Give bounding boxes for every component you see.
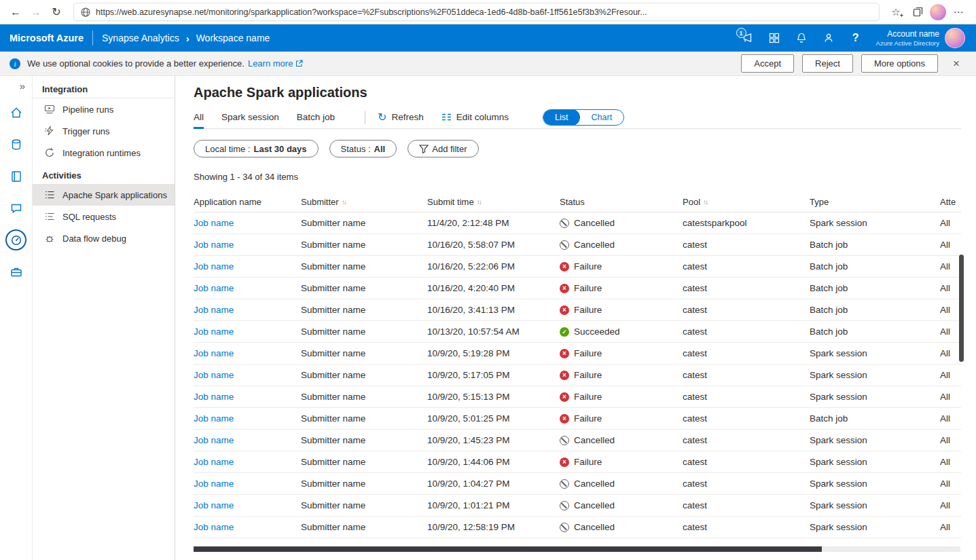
sidebar-item-label: Trigger runs bbox=[62, 126, 110, 136]
sidebar-item-data-flow-debug[interactable]: Data flow debug bbox=[33, 227, 175, 249]
pool-cell: catest bbox=[683, 370, 810, 380]
synapse-analytics-link[interactable]: Synapse Analytics bbox=[102, 33, 179, 43]
nav-manage-icon[interactable] bbox=[0, 256, 33, 288]
refresh-button[interactable]: ↻ Refresh bbox=[378, 112, 424, 123]
application-name-link[interactable]: Job name bbox=[194, 261, 234, 272]
nav-monitor-icon[interactable] bbox=[0, 224, 33, 256]
site-info-globe-icon[interactable] bbox=[81, 7, 90, 17]
favorites-star-icon[interactable]: ☆+ bbox=[886, 3, 905, 22]
sidebar-item-integration-runtimes[interactable]: Integration runtimes bbox=[33, 142, 175, 164]
tabs-toolbar: All Spark session Batch job ↻ Refresh Ed… bbox=[194, 106, 961, 129]
collections-icon[interactable] bbox=[908, 3, 927, 22]
feedback-icon[interactable] bbox=[815, 24, 842, 52]
application-name-link[interactable]: Job name bbox=[194, 413, 234, 424]
application-name-link[interactable]: Job name bbox=[194, 457, 234, 467]
sidebar-item-trigger-runs[interactable]: Trigger runs bbox=[33, 120, 175, 142]
browser-menu-icon[interactable]: ⋯ bbox=[949, 3, 968, 22]
type-cell: Batch job bbox=[810, 283, 940, 293]
table-row[interactable]: Job name Submitter name 10/9/20, 12:58:1… bbox=[194, 517, 961, 538]
table-row[interactable]: Job name Submitter name 10/16/20, 5:22:0… bbox=[194, 256, 961, 278]
more-options-button[interactable]: More options bbox=[861, 54, 938, 73]
application-name-link[interactable]: Job name bbox=[194, 392, 234, 402]
apps-grid-icon[interactable] bbox=[761, 24, 788, 52]
horizontal-scrollbar-track[interactable] bbox=[194, 546, 960, 552]
table-row[interactable]: Job name Submitter name 10/13/20, 10:57:… bbox=[194, 321, 961, 343]
filter-local-time[interactable]: Local time : Last 30 days bbox=[194, 140, 319, 157]
reject-button[interactable]: Reject bbox=[802, 54, 853, 73]
table-row[interactable]: Job name Submitter name 10/9/20, 1:44:06… bbox=[194, 451, 961, 473]
close-banner-icon[interactable]: × bbox=[953, 58, 960, 69]
table-row[interactable]: Job name Submitter name 10/16/20, 3:41:1… bbox=[194, 299, 961, 321]
nav-integrate-icon[interactable] bbox=[0, 192, 33, 224]
application-name-link[interactable]: Job name bbox=[194, 479, 234, 489]
browser-forward-icon[interactable]: → bbox=[26, 2, 46, 22]
col-submitter[interactable]: Submitter ↑↓ bbox=[301, 197, 427, 207]
accept-button[interactable]: Accept bbox=[741, 54, 794, 73]
browser-profile-avatar[interactable] bbox=[930, 4, 946, 20]
submit-time-cell: 10/9/20, 5:15:13 PM bbox=[427, 392, 560, 402]
nav-develop-icon[interactable] bbox=[0, 160, 33, 192]
filter-status[interactable]: Status : All bbox=[329, 140, 397, 157]
vertical-scrollbar-thumb[interactable] bbox=[959, 255, 964, 362]
col-submit-time[interactable]: Submit time ↑↓ bbox=[427, 197, 560, 207]
microsoft-azure-logo[interactable]: Microsoft Azure bbox=[10, 33, 84, 43]
expand-nav-icon[interactable]: » bbox=[20, 80, 25, 92]
add-filter-button[interactable]: Add filter bbox=[408, 140, 478, 157]
notifications-bell-icon[interactable] bbox=[788, 24, 815, 52]
trigger-runs-icon bbox=[44, 126, 55, 136]
filter-label: Status : bbox=[341, 144, 371, 154]
account-avatar[interactable] bbox=[945, 28, 965, 48]
application-name-link[interactable]: Job name bbox=[194, 305, 234, 315]
table-row[interactable]: Job name Submitter name 10/9/20, 1:45:23… bbox=[194, 430, 961, 451]
application-name-link[interactable]: Job name bbox=[194, 500, 234, 510]
application-name-link[interactable]: Job name bbox=[194, 370, 234, 380]
application-name-link[interactable]: Job name bbox=[194, 240, 234, 250]
application-name-link[interactable]: Job name bbox=[194, 348, 234, 358]
status-label: Cancelled bbox=[574, 500, 615, 510]
nav-home-icon[interactable] bbox=[0, 96, 33, 128]
table-row[interactable]: Job name Submitter name 10/9/20, 5:01:25… bbox=[194, 408, 961, 430]
status-cell: Failure bbox=[560, 392, 683, 402]
whats-new-icon[interactable]: 1 bbox=[734, 24, 761, 52]
col-pool[interactable]: Pool ↑↓ bbox=[683, 197, 810, 207]
workspace-name[interactable]: Workspace name bbox=[196, 33, 270, 43]
browser-back-icon[interactable]: ← bbox=[5, 2, 26, 22]
application-name-link[interactable]: Job name bbox=[194, 522, 234, 532]
edit-columns-button[interactable]: Edit columns bbox=[441, 112, 509, 122]
application-name-link[interactable]: Job name bbox=[194, 283, 234, 293]
table-row[interactable]: Job name Submitter name 10/9/20, 1:01:21… bbox=[194, 495, 961, 517]
nav-data-icon[interactable] bbox=[0, 128, 33, 160]
edit-columns-icon bbox=[441, 112, 452, 122]
pool-cell: catest bbox=[683, 240, 810, 250]
application-name-link[interactable]: Job name bbox=[194, 326, 234, 337]
status-cell: Succeeded bbox=[560, 326, 683, 337]
sidebar-item-apache-spark-applications[interactable]: Apache Spark applications bbox=[33, 184, 175, 206]
table-row[interactable]: Job name Submitter name 10/9/20, 5:17:05… bbox=[194, 365, 961, 386]
account-name: Account name bbox=[876, 29, 939, 39]
sidebar-item-sql-requests[interactable]: SQL requests bbox=[33, 206, 175, 227]
horizontal-scrollbar-thumb[interactable] bbox=[194, 546, 822, 552]
application-name-link[interactable]: Job name bbox=[194, 218, 234, 228]
browser-address-bar[interactable]: https://web.azuresynapse.net/monitoring/… bbox=[73, 3, 880, 21]
submit-time-cell: 10/9/20, 1:45:23 PM bbox=[427, 435, 560, 445]
sidebar-item-pipeline-runs[interactable]: Pipeline runs bbox=[33, 98, 175, 120]
table-row[interactable]: Job name Submitter name 10/9/20, 1:04:27… bbox=[194, 473, 961, 495]
status-cell: Failure bbox=[560, 457, 683, 467]
url-text[interactable]: https://web.azuresynapse.net/monitoring/… bbox=[96, 7, 872, 17]
table-row[interactable]: Job name Submitter name 10/16/20, 5:58:0… bbox=[194, 234, 961, 256]
table-row[interactable]: Job name Submitter name 11/4/20, 2:12:48… bbox=[194, 212, 961, 234]
attempt-cell: All bbox=[940, 261, 961, 272]
browser-refresh-icon[interactable]: ↻ bbox=[46, 2, 67, 22]
table-row[interactable]: Job name Submitter name 10/9/20, 5:15:13… bbox=[194, 386, 961, 408]
application-name-link[interactable]: Job name bbox=[194, 435, 234, 445]
learn-more-link[interactable]: Learn more bbox=[248, 58, 293, 69]
view-toggle-list[interactable]: List bbox=[543, 109, 579, 126]
tab-all[interactable]: All bbox=[194, 106, 204, 128]
table-row[interactable]: Job name Submitter name 10/16/20, 4:20:4… bbox=[194, 278, 961, 299]
help-icon[interactable]: ? bbox=[842, 24, 869, 52]
view-toggle-chart[interactable]: Chart bbox=[580, 109, 624, 126]
tab-batch-job[interactable]: Batch job bbox=[297, 106, 335, 128]
tab-spark-session[interactable]: Spark session bbox=[221, 106, 279, 128]
table-row[interactable]: Job name Submitter name 10/9/20, 5:19:28… bbox=[194, 343, 961, 365]
account-info[interactable]: Account name Azure Active Directory bbox=[876, 29, 939, 48]
